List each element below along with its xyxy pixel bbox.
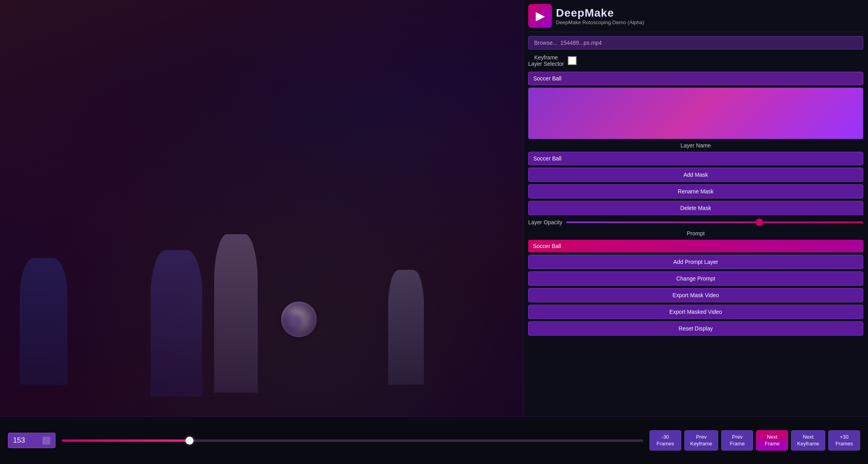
add-prompt-layer-button[interactable]: Add Prompt Layer: [528, 255, 863, 269]
keyframe-checkbox[interactable]: [568, 56, 577, 65]
add-mask-button[interactable]: Add Mask: [528, 168, 863, 182]
frame-display: 153: [8, 433, 56, 448]
layer-preview: [528, 88, 863, 139]
timeline-thumb[interactable]: [186, 437, 194, 445]
keyframe-label: Keyframe Layer Selector: [528, 54, 564, 67]
keyframe-section: Keyframe Layer Selector: [528, 52, 863, 69]
export-mask-video-button[interactable]: Export Mask Video: [528, 288, 863, 302]
layer-name-input[interactable]: [528, 152, 863, 165]
video-overlay: [0, 0, 523, 416]
player-silhouette-1: [20, 258, 67, 385]
app-header: ▶ DeepMake DeepMake Rotoscoping Demo (Al…: [528, 4, 863, 32]
frame-icon: [42, 437, 50, 445]
plus-30-frames-button[interactable]: +30 Frames: [828, 430, 860, 451]
browse-button[interactable]: Browse... 154489...ps.mp4: [528, 36, 863, 50]
logo-icon: ▶: [536, 10, 544, 23]
app-title-block: DeepMake DeepMake Rotoscoping Demo (Alph…: [556, 7, 644, 25]
next-keyframe-button[interactable]: Next Keyframe: [791, 430, 825, 451]
opacity-section: Layer Opacity: [528, 218, 863, 227]
right-sidebar: ▶ DeepMake DeepMake Rotoscoping Demo (Al…: [523, 0, 868, 416]
minus-30-frames-button[interactable]: -30 Frames: [650, 430, 681, 451]
prev-frame-button[interactable]: Prev Frame: [721, 430, 753, 451]
player-silhouette-3: [214, 234, 258, 393]
next-frame-button[interactable]: Next Frame: [756, 430, 788, 451]
opacity-label: Layer Opacity: [528, 219, 562, 225]
layer-selector-dropdown[interactable]: Soccer Ball: [528, 72, 863, 85]
player-silhouette-4: [388, 270, 424, 385]
export-masked-video-button[interactable]: Export Masked Video: [528, 305, 863, 319]
layer-name-label: Layer Name: [528, 141, 863, 149]
browse-label: Browse...: [534, 40, 557, 46]
app-title: DeepMake: [556, 7, 644, 19]
app-logo: ▶: [528, 4, 552, 28]
delete-mask-button[interactable]: Delete Mask: [528, 201, 863, 215]
frame-number: 153: [13, 436, 25, 445]
bottom-bar: 153 -30 Frames Prev Keyframe Prev Frame …: [0, 416, 868, 464]
prompt-label: Prompt: [528, 229, 863, 237]
app-subtitle: DeepMake Rotoscoping Demo (Alpha): [556, 19, 644, 25]
opacity-thumb[interactable]: [756, 219, 763, 226]
reset-display-button[interactable]: Reset Display: [528, 321, 863, 336]
prompt-input[interactable]: [528, 240, 863, 252]
nav-buttons: -30 Frames Prev Keyframe Prev Frame Next…: [650, 430, 860, 451]
timeline-track[interactable]: [62, 439, 643, 442]
prev-keyframe-button[interactable]: Prev Keyframe: [684, 430, 719, 451]
change-prompt-button[interactable]: Change Prompt: [528, 271, 863, 286]
rename-mask-button[interactable]: Rename Mask: [528, 184, 863, 199]
opacity-slider[interactable]: [566, 221, 863, 223]
player-silhouette-2: [151, 250, 202, 397]
soccer-ball-object: [281, 302, 317, 337]
timeline-progress: [62, 439, 190, 442]
video-canvas: [0, 0, 523, 416]
browse-filename: 154489...ps.mp4: [560, 40, 602, 46]
